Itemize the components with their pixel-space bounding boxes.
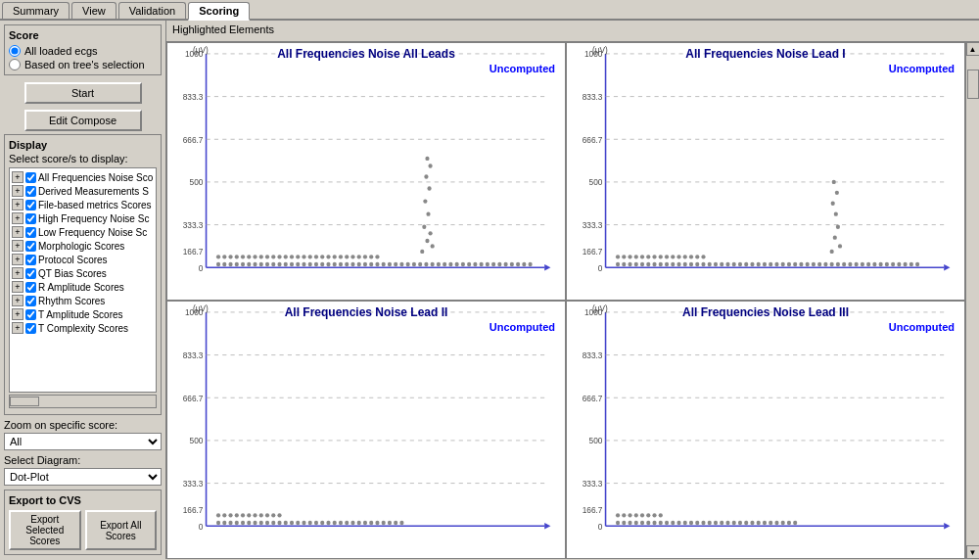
checkbox-10[interactable] — [25, 309, 36, 320]
svg-point-168 — [897, 262, 901, 266]
checkbox-1[interactable] — [25, 186, 36, 197]
svg-point-62 — [497, 262, 501, 266]
svg-point-239 — [388, 521, 392, 525]
svg-point-218 — [259, 521, 263, 525]
tab-view[interactable]: View — [71, 2, 117, 19]
checkbox-2[interactable] — [25, 200, 36, 210]
checkbox-0[interactable] — [25, 172, 36, 183]
chart-title-3: All Frequencies Noise Lead III — [567, 305, 964, 319]
radio-tree-selection[interactable]: Based on tree's selection — [9, 59, 157, 70]
checkbox-6[interactable] — [25, 255, 36, 265]
expand-icon-6[interactable]: + — [12, 254, 23, 265]
svg-point-166 — [885, 262, 889, 266]
svg-point-71 — [235, 255, 239, 258]
svg-text:333.3: 333.3 — [583, 220, 603, 230]
svg-point-23 — [259, 262, 263, 266]
expand-icon-10[interactable]: + — [12, 308, 23, 320]
tree-item-3[interactable]: + High Frequency Noise Sc — [12, 211, 154, 225]
checkbox-4[interactable] — [25, 227, 36, 238]
svg-point-94 — [375, 255, 379, 258]
tree-item-10[interactable]: + T Amplitude Scores — [12, 307, 154, 321]
svg-point-43 — [382, 262, 386, 266]
svg-point-289 — [738, 521, 742, 525]
export-all-button[interactable]: Export AllScores — [85, 510, 158, 550]
export-selected-button[interactable]: Export SelectedScores — [9, 510, 81, 550]
svg-point-185 — [695, 255, 699, 258]
export-group-label: Export to CVS — [9, 494, 157, 506]
tab-scoring[interactable]: Scoring — [188, 2, 250, 21]
checkbox-8[interactable] — [25, 282, 36, 293]
tree-item-8[interactable]: + R Amplitude Scores — [12, 280, 154, 294]
expand-icon-8[interactable]: + — [12, 281, 23, 293]
checkbox-5[interactable] — [25, 241, 36, 252]
tree-item-1[interactable]: + Derived Measurements S — [12, 184, 154, 198]
checkbox-11[interactable] — [25, 323, 36, 334]
scroll-up-arrow[interactable]: ▲ — [966, 42, 980, 56]
chart-uncomputed-0: Uncomputed — [490, 63, 555, 74]
zoom-label: Zoom on specific score: — [4, 419, 162, 431]
tree-item-9[interactable]: + Rhythm Scores — [12, 294, 154, 307]
start-button[interactable]: Start — [24, 82, 142, 104]
expand-icon-9[interactable]: + — [12, 295, 23, 306]
svg-point-142 — [738, 262, 742, 266]
tab-validation[interactable]: Validation — [118, 2, 187, 19]
tree-item-6[interactable]: + Protocol Scores — [12, 253, 154, 266]
tree-item-4[interactable]: + Low Frequency Noise Sc — [12, 225, 154, 239]
expand-icon-7[interactable]: + — [12, 267, 23, 279]
svg-point-129 — [659, 262, 663, 266]
svg-point-96 — [431, 244, 435, 248]
expand-icon-3[interactable]: + — [12, 212, 23, 224]
svg-point-31 — [308, 262, 312, 266]
radio-all-loaded[interactable]: All loaded ecgs — [9, 45, 157, 57]
expand-icon-11[interactable]: + — [12, 322, 23, 334]
expand-icon-5[interactable]: + — [12, 240, 23, 252]
svg-point-48 — [412, 262, 416, 266]
tab-summary[interactable]: Summary — [2, 2, 70, 19]
svg-text:166.7: 166.7 — [183, 247, 204, 257]
checkbox-3[interactable] — [25, 213, 36, 224]
svg-point-245 — [235, 513, 239, 517]
tree-scrollbar-h[interactable] — [9, 395, 157, 408]
chart-panel-0: 1000 833.3 666.7 500 333.3 166.7 0 (μV) — [166, 42, 566, 301]
svg-point-248 — [253, 513, 256, 517]
diagram-select[interactable]: Dot-PlotBox-PlotHistogram — [4, 468, 162, 486]
checkbox-9[interactable] — [25, 296, 36, 306]
expand-icon-4[interactable]: + — [12, 226, 23, 238]
scrollbar-v[interactable]: ▲ ▼ — [965, 42, 979, 559]
svg-point-157 — [830, 262, 834, 266]
tree-item-5[interactable]: + Morphologic Scores — [12, 239, 154, 253]
checkbox-7[interactable] — [25, 268, 36, 279]
expand-icon-1[interactable]: + — [12, 185, 23, 197]
svg-point-52 — [437, 262, 441, 266]
svg-point-56 — [461, 262, 465, 266]
svg-point-37 — [345, 262, 349, 266]
zoom-select[interactable]: AllAll Frequencies NoiseDerived Measurem… — [4, 433, 162, 450]
svg-point-123 — [622, 262, 626, 266]
scroll-down-arrow[interactable]: ▼ — [966, 545, 980, 559]
svg-text:666.7: 666.7 — [183, 134, 204, 144]
svg-point-59 — [480, 262, 484, 266]
svg-point-161 — [855, 262, 859, 266]
scrollbar-h-thumb[interactable] — [10, 397, 39, 406]
svg-point-291 — [750, 521, 754, 525]
expand-icon-2[interactable]: + — [12, 199, 23, 210]
scrollbar-v-thumb[interactable] — [967, 70, 979, 99]
svg-point-134 — [689, 262, 693, 266]
tree-item-7[interactable]: + QT Bias Scores — [12, 266, 154, 280]
svg-point-90 — [350, 255, 354, 258]
right-panel: Highlighted Elements — [166, 21, 979, 559]
svg-point-173 — [622, 255, 626, 258]
tree-item-11[interactable]: + T Complexity Scores — [12, 321, 154, 335]
svg-point-288 — [732, 521, 736, 525]
tree-item-0[interactable]: + All Frequencies Noise Sco — [12, 170, 154, 184]
expand-icon-0[interactable]: + — [12, 171, 23, 183]
svg-point-103 — [424, 174, 428, 178]
score-group: Score All loaded ecgs Based on tree's se… — [4, 24, 162, 75]
svg-point-98 — [429, 231, 433, 235]
tree-item-2[interactable]: + File-based metrics Scores — [12, 198, 154, 211]
svg-point-24 — [265, 262, 269, 266]
svg-point-28 — [290, 262, 294, 266]
edit-compose-button[interactable]: Edit Compose — [24, 110, 142, 131]
chart-panel-1: 1000 833.3 666.7 500 333.3 166.7 0 (μV) — [566, 42, 965, 301]
svg-point-58 — [473, 262, 477, 266]
